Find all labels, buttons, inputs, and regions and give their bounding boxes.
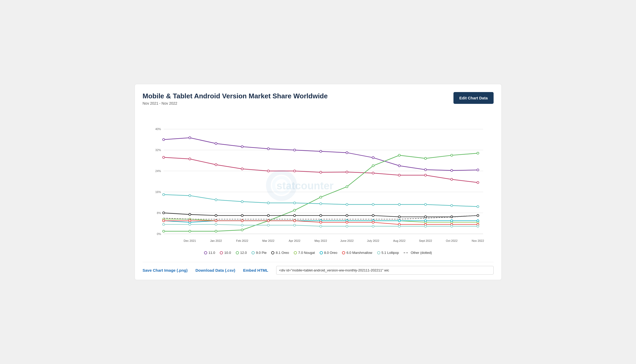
svg-point-36 [477, 169, 479, 171]
svg-text:Feb 2022: Feb 2022 [236, 239, 248, 242]
embed-html-label: Embed HTML [243, 268, 268, 272]
svg-point-74 [451, 205, 453, 207]
svg-point-44 [346, 171, 348, 173]
svg-point-25 [189, 137, 191, 139]
svg-point-40 [241, 168, 243, 170]
download-data-link[interactable]: Download Data (.csv) [195, 268, 235, 272]
svg-point-116 [189, 220, 191, 222]
svg-text:July 2022: July 2022 [367, 239, 379, 242]
svg-point-38 [189, 158, 191, 160]
legend-item-11[interactable]: 11.0 [204, 251, 215, 255]
svg-point-26 [215, 142, 217, 144]
svg-point-111 [398, 220, 400, 222]
svg-point-59 [398, 154, 400, 156]
svg-point-50 [162, 230, 164, 232]
svg-point-85 [398, 216, 400, 218]
svg-point-68 [293, 202, 296, 204]
svg-point-81 [293, 215, 296, 217]
svg-point-24 [162, 138, 164, 141]
legend-item-80oreo[interactable]: 8.0 Oreo [320, 251, 338, 255]
legend-label-81oreo: 8.1 Oreo [276, 251, 289, 255]
svg-point-49 [477, 181, 479, 184]
svg-point-43 [319, 171, 322, 173]
svg-point-39 [215, 164, 217, 166]
svg-text:statcounter: statcounter [276, 180, 333, 191]
svg-point-117 [215, 220, 217, 222]
legend-item-6marshmallow[interactable]: 6.0 Marshmallow [342, 251, 372, 255]
svg-point-58 [372, 165, 374, 167]
legend-label-12: 12.0 [240, 251, 247, 255]
svg-point-134 [319, 225, 322, 227]
svg-point-84 [372, 215, 374, 217]
svg-point-69 [319, 203, 322, 205]
svg-point-132 [267, 224, 269, 226]
legend-item-51lollipop[interactable]: 5.1 Lollipop [377, 251, 399, 255]
legend-label-51lollipop: 5.1 Lollipop [382, 251, 399, 255]
svg-point-57 [346, 186, 348, 188]
legend-item-7nougat[interactable]: 7.0 Nougat [294, 251, 315, 255]
line-chart: 40% 32% 24% 16% 8% 0% Dec 2021 Jan 2022 … [143, 108, 494, 244]
svg-point-32 [372, 157, 374, 159]
legend-label-other: Other (dotted) [411, 251, 432, 255]
svg-point-114 [477, 220, 479, 222]
svg-point-72 [398, 204, 400, 206]
save-chart-link[interactable]: Save Chart Image (.png) [143, 268, 188, 272]
legend-item-other[interactable]: Other (dotted) [404, 251, 432, 255]
svg-point-138 [424, 225, 426, 227]
svg-text:Jan 2022: Jan 2022 [210, 239, 222, 242]
legend-label-11: 11.0 [209, 251, 215, 255]
svg-point-42 [293, 170, 296, 172]
svg-point-56 [319, 196, 322, 198]
svg-point-120 [293, 220, 296, 222]
svg-point-51 [189, 230, 191, 232]
chart-title: Mobile & Tablet Android Version Market S… [143, 92, 328, 100]
svg-point-53 [241, 229, 243, 231]
svg-point-47 [424, 174, 426, 176]
svg-point-27 [241, 146, 243, 148]
svg-point-37 [162, 156, 164, 158]
svg-point-71 [372, 204, 374, 206]
svg-point-140 [477, 225, 479, 227]
title-block: Mobile & Tablet Android Version Market S… [143, 92, 328, 105]
svg-point-128 [162, 223, 164, 226]
svg-point-113 [451, 220, 453, 222]
svg-point-67 [267, 202, 269, 204]
legend-item-10[interactable]: 10.0 [220, 251, 231, 255]
legend-item-12[interactable]: 12.0 [236, 251, 247, 255]
svg-point-63 [162, 194, 164, 196]
svg-point-66 [241, 201, 243, 203]
svg-point-78 [215, 215, 217, 217]
svg-text:Mar 2022: Mar 2022 [262, 239, 274, 242]
svg-point-135 [346, 225, 348, 227]
svg-text:40%: 40% [155, 127, 161, 131]
svg-point-46 [398, 174, 400, 176]
svg-point-75 [477, 206, 479, 208]
svg-point-34 [424, 169, 426, 171]
svg-text:Aug 2022: Aug 2022 [393, 239, 405, 242]
edit-chart-data-button[interactable]: Edit Chart Data [453, 92, 493, 104]
svg-text:8%: 8% [157, 211, 161, 215]
card-header: Mobile & Tablet Android Version Market S… [143, 92, 494, 105]
svg-point-77 [189, 213, 191, 216]
svg-text:32%: 32% [155, 148, 161, 152]
embed-html-input[interactable] [276, 266, 494, 275]
svg-point-73 [424, 204, 426, 206]
svg-point-31 [346, 152, 348, 154]
svg-text:Nov 2022: Nov 2022 [472, 239, 484, 242]
svg-point-82 [319, 215, 322, 217]
svg-point-48 [451, 178, 453, 180]
svg-text:24%: 24% [155, 169, 161, 173]
svg-text:0%: 0% [157, 232, 161, 235]
svg-point-45 [372, 172, 374, 174]
svg-point-79 [241, 215, 243, 217]
svg-point-41 [267, 170, 269, 172]
legend-item-81oreo[interactable]: 8.1 Oreo [271, 251, 289, 255]
svg-text:Dec 2021: Dec 2021 [184, 239, 196, 242]
legend-item-9pie[interactable]: 9.0 Pie [252, 251, 266, 255]
svg-text:Apr 2022: Apr 2022 [288, 239, 300, 242]
svg-point-86 [424, 216, 426, 218]
svg-point-35 [451, 169, 453, 172]
svg-point-55 [293, 209, 296, 211]
svg-point-121 [319, 221, 322, 223]
svg-point-137 [398, 225, 400, 227]
